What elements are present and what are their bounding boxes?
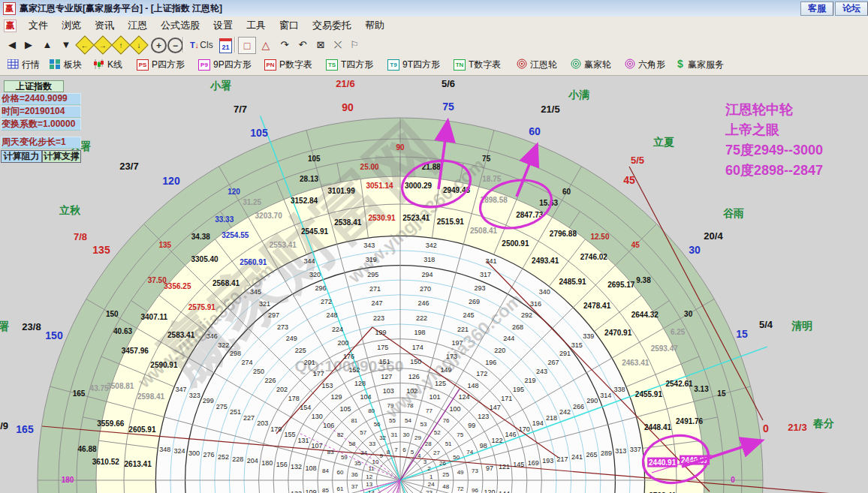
price-outer-value: 2593.47	[651, 344, 679, 353]
menu-item-窗口[interactable]: 窗口	[273, 17, 306, 34]
percent-value: 25.00	[360, 163, 379, 171]
menu-item-浏览[interactable]: 浏览	[55, 17, 88, 34]
toolbar-item-p-square[interactable]: PSP四方形	[137, 58, 185, 72]
pan-up-icon[interactable]: ↑	[111, 35, 130, 54]
wheel-number: 96	[472, 487, 478, 493]
calc-support-button[interactable]: 计算支撑	[42, 150, 81, 163]
nav-back-icon[interactable]: ◀	[5, 37, 20, 53]
calc-resistance-button[interactable]: 计算阻力	[1, 150, 42, 163]
wheel-number: 147	[490, 404, 501, 411]
wheel-number: 129	[331, 393, 342, 401]
wheel-number: 265	[586, 451, 597, 458]
price-inner-value: 2530.91	[369, 214, 396, 222]
menu-item-帮助[interactable]: 帮助	[358, 17, 391, 34]
box-x-icon[interactable]: ⊠	[313, 37, 328, 53]
price-outer-value: 2542.61	[666, 380, 694, 388]
draw-triangle-icon[interactable]: △	[258, 37, 273, 53]
outer-label-立夏: 立夏	[653, 136, 674, 148]
wheel-number: 79	[387, 402, 393, 409]
menu-item-交易委托[interactable]: 交易委托	[306, 17, 358, 34]
toolbar-item-p-table[interactable]: PNP数字表	[264, 58, 312, 72]
wheel-number: 7	[394, 446, 398, 453]
menu-item-资讯[interactable]: 资讯	[88, 17, 121, 34]
toolbar-item-9t-square[interactable]: T99T四方形	[387, 58, 440, 72]
wheel-number: 103	[383, 387, 394, 395]
arc-ccw-icon[interactable]: ↶	[295, 37, 310, 53]
wheel-number: 98	[480, 442, 487, 449]
nav-forward-icon[interactable]: ▶	[21, 37, 36, 53]
wheel-number: 10	[372, 458, 379, 465]
wheel-number: 276	[203, 451, 214, 458]
degree-ring-value: 150	[106, 310, 119, 318]
cls-button[interactable]: Cls	[199, 37, 214, 53]
percent-value: 34.38	[191, 233, 210, 241]
price-inner-value: 2605.91	[128, 425, 156, 434]
toolbar-separator	[182, 37, 184, 53]
outer-label-165: 165	[16, 423, 34, 435]
9p-square-icon: P9	[198, 59, 210, 71]
zoom-out-icon[interactable]: −	[167, 38, 183, 53]
menu-item-公式选股[interactable]: 公式选股	[154, 17, 206, 34]
outer-label-15: 15	[736, 328, 748, 340]
wheel-number: 144	[499, 490, 510, 493]
price-inner-value: 2583.41	[167, 331, 195, 339]
menu-item-文件[interactable]: 文件	[22, 17, 55, 34]
price-inner-value: 2508.41	[470, 227, 498, 235]
wheel-number: 217	[557, 455, 568, 463]
toolbar-item-t-square[interactable]: TST四方形	[326, 58, 373, 72]
toolbar-item-winner-service[interactable]: $赢家服务	[676, 58, 724, 72]
peak-down-icon[interactable]: ▼	[59, 37, 74, 53]
toolbar-main: ◀▶▲▼←→↑↓+−T↓Cls21□△↷↶⊠⤬⚐	[0, 35, 868, 56]
outer-label-21/6: 21/6	[336, 78, 354, 89]
calendar-icon[interactable]: 21	[219, 38, 232, 53]
toolbar-item-winner-wheel[interactable]: 赢家轮	[571, 58, 611, 72]
price-outer-value: 3610.52	[92, 458, 120, 466]
menu-item-工具[interactable]: 工具	[240, 17, 273, 34]
winner-service-icon: $	[676, 59, 685, 71]
outer-label-90: 90	[342, 101, 354, 113]
wheel-number: 128	[354, 380, 366, 387]
percent-value: 37.50	[148, 276, 167, 284]
toolbar-item-sectors[interactable]: 板块	[50, 58, 82, 72]
arc-cw-icon[interactable]: ↷	[277, 37, 292, 53]
toolbar-item-hexagon[interactable]: 六角形	[625, 58, 665, 72]
pan-down-icon[interactable]: ↓	[129, 35, 148, 54]
toolbar-item-kline[interactable]: K线	[93, 58, 122, 72]
price-outer-value: 3051.14	[366, 182, 394, 190]
toolbar-item-gann-wheel[interactable]: 江恩轮	[517, 58, 557, 72]
draw-square-icon[interactable]: □	[238, 37, 256, 54]
wheel-number: 82	[337, 431, 344, 438]
titlebar-button-客服[interactable]: 客服	[800, 2, 833, 16]
collapse-icon[interactable]: ⤬	[330, 37, 345, 53]
wheel-number: 100	[450, 405, 461, 413]
zoom-in-icon[interactable]: +	[151, 38, 167, 53]
9p-square-label: 9P四方形	[213, 59, 252, 71]
outer-label-春分: 春分	[812, 417, 834, 429]
peak-up-icon[interactable]: ▲	[40, 37, 55, 53]
price-inner-value: 2613.41	[125, 460, 152, 468]
percent-value: 9.38	[636, 276, 651, 284]
toolbar-item-quotes[interactable]: 行情	[8, 58, 40, 72]
pan-left-icon[interactable]: ←	[75, 35, 94, 54]
menu-item-设置[interactable]: 设置	[206, 17, 240, 34]
easel-icon[interactable]: ⚐	[347, 37, 362, 53]
toolbar-item-t-table[interactable]: TNT数字表	[454, 58, 501, 72]
wheel-number: 27	[433, 449, 440, 456]
note-line: 60度2898--2847	[725, 161, 823, 181]
percent-value: 46.88	[78, 445, 97, 453]
wheel-number: 225	[295, 347, 306, 354]
menu-item-江恩[interactable]: 江恩	[121, 17, 154, 34]
toolbar-item-9p-square[interactable]: P99P四方形	[198, 58, 252, 72]
price-outer-value: 3356.25	[164, 282, 191, 290]
hexagon-icon	[625, 59, 635, 71]
titlebar-button-论坛[interactable]: 论坛	[835, 2, 868, 16]
wheel-number: 59	[341, 454, 348, 461]
wheel-number: 57	[360, 429, 366, 436]
wheel-number: 342	[426, 242, 437, 249]
wheel-number: 315	[571, 341, 583, 349]
wheel-number: 242	[559, 408, 571, 416]
wheel-number: 9	[379, 452, 383, 459]
pan-right-icon[interactable]: →	[93, 35, 112, 54]
wheel-number: 180	[261, 459, 273, 467]
wheel-number: 289	[601, 449, 612, 457]
